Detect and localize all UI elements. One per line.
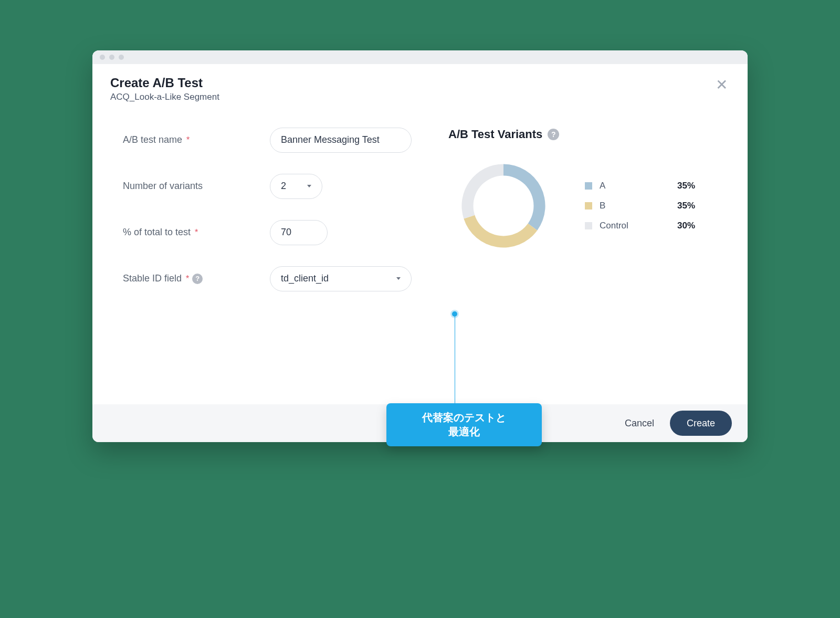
modal-subtitle: ACQ_Look-a-Like Segment bbox=[110, 92, 219, 102]
percent-input[interactable]: 70 bbox=[270, 220, 328, 245]
test-name-value: Banner Messaging Test bbox=[281, 134, 380, 145]
variants-select[interactable]: 2 bbox=[270, 174, 322, 199]
annotation-line bbox=[455, 316, 455, 417]
cancel-button[interactable]: Cancel bbox=[625, 418, 654, 429]
window-dot bbox=[109, 55, 114, 60]
legend-percent: 30% bbox=[677, 221, 695, 231]
stable-id-value: td_client_id bbox=[281, 273, 329, 284]
variants-donut-chart bbox=[448, 151, 559, 261]
legend-swatch bbox=[585, 202, 592, 210]
svg-point-0 bbox=[474, 175, 534, 236]
legend-name: Control bbox=[600, 221, 670, 231]
required-marker: * bbox=[186, 274, 189, 284]
form: A/B test name* Banner Messaging Test Num… bbox=[123, 128, 427, 312]
legend-swatch bbox=[585, 222, 592, 229]
legend-swatch bbox=[585, 182, 592, 190]
label-percent: % of total to test* bbox=[123, 227, 270, 238]
variants-legend: A35%B35%Control30% bbox=[585, 181, 695, 231]
legend-row: Control30% bbox=[585, 221, 695, 231]
test-name-input[interactable]: Banner Messaging Test bbox=[270, 128, 412, 153]
label-stable-id: Stable ID field* ? bbox=[123, 273, 270, 284]
label-variants: Number of variants bbox=[123, 181, 270, 192]
legend-percent: 35% bbox=[677, 201, 695, 211]
modal-window: Create A/B Test ACQ_Look-a-Like Segment … bbox=[92, 50, 748, 442]
close-icon[interactable]: ✕ bbox=[713, 76, 730, 95]
variants-value: 2 bbox=[281, 181, 286, 192]
window-titlebar bbox=[92, 50, 748, 64]
legend-percent: 35% bbox=[677, 181, 695, 191]
required-marker: * bbox=[186, 135, 190, 145]
label-test-name: A/B test name* bbox=[123, 134, 270, 145]
legend-row: B35% bbox=[585, 201, 695, 211]
help-icon[interactable]: ? bbox=[548, 129, 559, 140]
chevron-down-icon bbox=[307, 185, 311, 187]
legend-name: A bbox=[600, 181, 670, 191]
stable-id-select[interactable]: td_client_id bbox=[270, 266, 412, 291]
modal-title: Create A/B Test bbox=[110, 76, 219, 91]
variants-title: A/B Test Variants ? bbox=[448, 128, 730, 141]
percent-value: 70 bbox=[281, 227, 291, 238]
legend-name: B bbox=[600, 201, 670, 211]
annotation-callout: 代替案のテストと最適化 bbox=[386, 403, 542, 446]
legend-row: A35% bbox=[585, 181, 695, 191]
create-button[interactable]: Create bbox=[670, 411, 732, 436]
help-icon[interactable]: ? bbox=[192, 274, 203, 284]
window-dot bbox=[100, 55, 105, 60]
required-marker: * bbox=[195, 228, 198, 237]
window-dot bbox=[119, 55, 124, 60]
chevron-down-icon bbox=[396, 277, 401, 280]
